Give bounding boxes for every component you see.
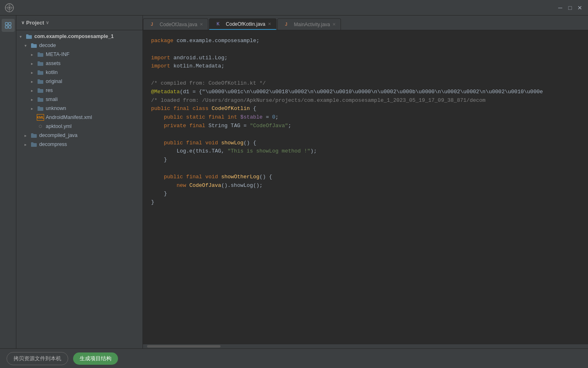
code-line-showotherlog-close: } [151, 190, 580, 198]
svg-rect-5 [5, 22, 8, 25]
tree-label-decode: decode [39, 43, 56, 48]
minimize-button[interactable]: ─ [557, 4, 564, 11]
code-line-comment1: /* compiled from: CodeOfKotlin.kt */ [151, 79, 580, 88]
editor-scroll-area: package com.example.composesample; impor… [143, 30, 588, 348]
yml-icon-apktool: ⬡ [37, 123, 44, 130]
code-line-showlog-close: } [151, 156, 580, 164]
project-panel-header[interactable]: ∨ Project ∨ [16, 16, 143, 30]
code-line-blank4 [151, 164, 580, 173]
tab-mainactivity[interactable]: J MainActivity.java ✕ [277, 18, 341, 30]
tree-label-smali: smali [46, 96, 58, 102]
tree-item-unknown[interactable]: ▸ unknown [16, 104, 143, 113]
tree-label-androidmanifest: AndroidManifest.xml [46, 114, 92, 120]
tree-arrow-decompress: ▸ [24, 142, 30, 147]
icon-sidebar [0, 16, 16, 348]
folder-icon-decompiled-java [30, 132, 38, 139]
tree-arrow-original: ▸ [31, 79, 37, 84]
folder-icon-root [25, 33, 33, 40]
code-line-blank1 [151, 45, 580, 54]
tree-arrow-decompiled-java: ▸ [24, 133, 30, 138]
tree-item-original[interactable]: ▸ original [16, 77, 143, 86]
tab-java-icon-1: J [148, 21, 156, 28]
tree-label-apktool: apktool.yml [46, 123, 71, 129]
tab-kotlin-icon-2: K [214, 21, 222, 27]
tree-label-original: original [46, 79, 62, 84]
tree-item-smali[interactable]: ▸ smali [16, 95, 143, 104]
project-view-button[interactable] [2, 19, 15, 32]
tree-label-assets: assets [46, 61, 60, 66]
tree-label-kotlin: kotlin [46, 70, 58, 75]
tree-item-res[interactable]: ▸ res [16, 86, 143, 95]
tree-label-res: res [46, 88, 53, 93]
horizontal-scrollbar[interactable] [143, 344, 588, 348]
folder-icon-unknown [37, 105, 44, 112]
folder-icon-decompress [30, 141, 38, 148]
window-controls: ─ □ ✕ [557, 4, 583, 11]
app-logo [5, 3, 14, 12]
close-button[interactable]: ✕ [577, 4, 583, 11]
code-line-import2: import kotlin.Metadata; [151, 62, 580, 71]
folder-icon-meta-inf [37, 51, 44, 58]
tree-label-meta-inf: META-INF [46, 52, 69, 57]
code-line-blank2 [151, 71, 580, 79]
editor-area: J CodeOfJava.java ✕ K CodeOfKotlin.java … [143, 16, 588, 348]
tab-label-2: CodeOfKotlin.java [226, 21, 265, 27]
code-line-showotherlog-decl: public final void showOtherLog() { [151, 173, 580, 182]
code-line-blank3 [151, 130, 580, 139]
tree-label-root: com.example.composesample_1 [34, 34, 114, 39]
tab-close-3[interactable]: ✕ [332, 22, 336, 27]
code-line-package: package com.example.composesample; [151, 37, 580, 45]
folder-icon-decode [30, 42, 38, 49]
code-line-showotherlog-body: new CodeOfJava().showLog(); [151, 182, 580, 190]
svg-rect-6 [9, 22, 11, 25]
tree-arrow-kotlin: ▸ [31, 70, 37, 75]
tree-item-androidmanifest[interactable]: XML AndroidManifest.xml [16, 113, 143, 122]
code-line-class-decl: public final class CodeOfKotlin { [151, 105, 580, 113]
tree-label-decompress: decompress [39, 141, 67, 147]
main-layout: ∨ Project ∨ ▾ com.example.composesample_… [0, 16, 588, 348]
code-line-showlog-decl: public final void showLog() { [151, 139, 580, 148]
code-line-class-close: } [151, 198, 580, 207]
tree-arrow-unknown: ▸ [31, 106, 37, 111]
project-header-chevron: ∨ [46, 20, 49, 25]
tree-item-decompress[interactable]: ▸ decompress [16, 140, 143, 149]
tree-item-kotlin[interactable]: ▸ kotlin [16, 68, 143, 77]
tree-item-meta-inf[interactable]: ▸ META-INF [16, 50, 143, 59]
tree-arrow-smali: ▸ [31, 97, 37, 102]
export-button[interactable]: 拷贝资源文件到本机 [7, 352, 68, 365]
code-line-annotation: @Metadata(d1 = {"\u0000\u001c\n\u0002\u0… [151, 88, 580, 96]
tree-item-decode[interactable]: ▾ decode [16, 41, 143, 50]
folder-icon-original [37, 78, 44, 85]
tree-item-decompiled-java[interactable]: ▸ decompiled_java [16, 131, 143, 140]
code-line-import1: import android.util.Log; [151, 54, 580, 63]
code-line-showlog-body: Log.e(this.TAG, "This is showLog method … [151, 147, 580, 156]
generate-button[interactable]: 生成项目结构 [73, 352, 118, 365]
code-line-comment2: /* loaded from: /Users/dragon/ApkNurse/p… [151, 96, 580, 105]
tree-item-root[interactable]: ▾ com.example.composesample_1 [16, 32, 143, 41]
tab-label-1: CodeOfJava.java [160, 22, 197, 27]
tree-arrow-meta-inf: ▸ [31, 52, 37, 57]
xml-icon-androidmanifest: XML [37, 114, 44, 121]
tree-item-apktool[interactable]: ⬡ apktool.yml [16, 122, 143, 131]
tree-arrow-apktool [31, 124, 37, 129]
scrollbar-thumb[interactable] [147, 345, 220, 348]
tab-codeofkotlin2[interactable]: K CodeOfKotlin.java ✕ [209, 18, 276, 30]
code-line-tag: private final String TAG = "CodeOfJava"; [151, 122, 580, 130]
folder-icon-assets [37, 60, 44, 67]
tree-label-unknown: unknown [46, 105, 66, 111]
bottom-bar: 拷贝资源文件到本机 生成项目结构 [0, 348, 588, 368]
code-editor[interactable]: package com.example.composesample; impor… [143, 30, 588, 344]
svg-rect-8 [9, 26, 11, 28]
tree-arrow-res: ▸ [31, 88, 37, 93]
tree-arrow-root: ▾ [20, 34, 25, 39]
tree-item-assets[interactable]: ▸ assets [16, 59, 143, 68]
tree-arrow-decode: ▾ [24, 43, 30, 48]
tab-codeofkotlin[interactable]: J CodeOfJava.java ✕ [143, 18, 208, 30]
maximize-button[interactable]: □ [567, 4, 573, 11]
tab-close-1[interactable]: ✕ [200, 22, 203, 27]
code-line-stable: public static final int $stable = 0; [151, 113, 580, 122]
tree-label-decompiled-java: decompiled_java [39, 132, 78, 138]
tab-close-2[interactable]: ✕ [268, 22, 271, 26]
project-header-label: Project [26, 20, 44, 26]
tab-label-3: MainActivity.java [294, 22, 330, 27]
